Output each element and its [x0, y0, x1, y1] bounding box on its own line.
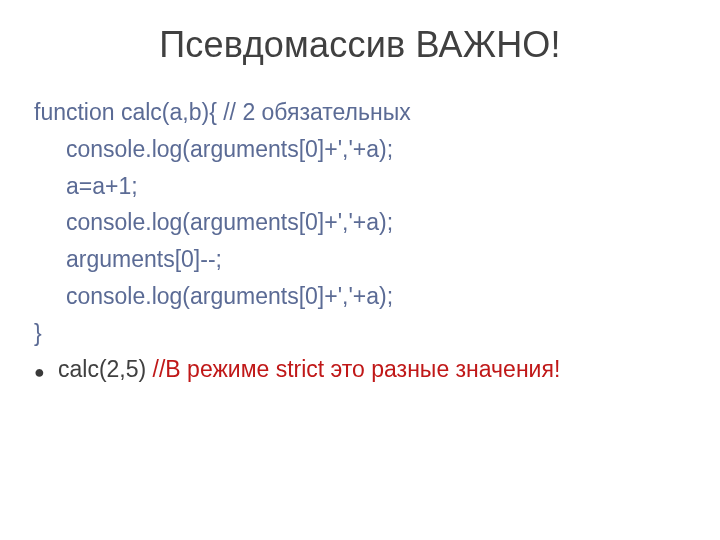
code-line-2: a=a+1;: [34, 168, 686, 205]
slide-content: Псевдомассив ВАЖНО! function calc(a,b){ …: [0, 0, 720, 540]
code-line-4: arguments[0]--;: [34, 241, 686, 278]
code-line-5: console.log(arguments[0]+','+a);: [34, 278, 686, 315]
code-line-1: console.log(arguments[0]+','+a);: [34, 131, 686, 168]
slide-title: Псевдомассив ВАЖНО!: [34, 24, 686, 66]
bullet-comment: //В режиме strict это разные значения!: [153, 356, 561, 382]
code-line-0: function calc(a,b){ // 2 обязательных: [34, 94, 686, 131]
code-line-3: console.log(arguments[0]+','+a);: [34, 204, 686, 241]
bullet-item: ● calc(2,5) //В режиме strict это разные…: [34, 354, 686, 389]
code-block: function calc(a,b){ // 2 обязательных co…: [34, 94, 686, 352]
bullet-marker-icon: ●: [34, 354, 58, 389]
code-line-6: }: [34, 315, 686, 352]
bullet-call: calc(2,5): [58, 356, 153, 382]
bullet-text: calc(2,5) //В режиме strict это разные з…: [58, 354, 560, 385]
